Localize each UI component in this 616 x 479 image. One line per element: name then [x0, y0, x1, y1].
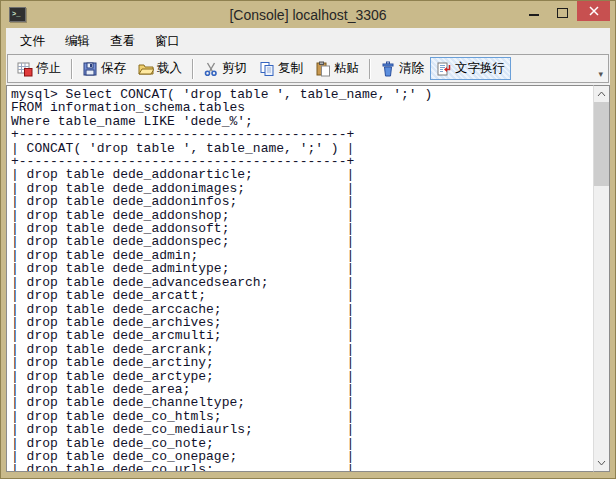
word-wrap-icon [436, 61, 452, 77]
close-button[interactable] [577, 1, 610, 21]
scrollbar-thumb[interactable] [594, 102, 609, 186]
word-wrap-label: 文字换行 [455, 60, 505, 77]
word-wrap-toggle[interactable]: 文字换行 [430, 57, 511, 80]
console-viewport[interactable]: mysql> Select CONCAT( 'drop table ', tab… [6, 85, 593, 472]
cut-button[interactable]: 剪切 [197, 57, 253, 80]
cut-button-label: 剪切 [222, 60, 247, 77]
stop-icon [17, 61, 33, 77]
console-area: mysql> Select CONCAT( 'drop table ', tab… [6, 85, 610, 472]
stop-button-label: 停止 [36, 60, 61, 77]
scroll-down-button[interactable] [594, 455, 609, 471]
paste-button-label: 粘贴 [334, 60, 359, 77]
load-button-label: 载入 [157, 60, 182, 77]
paste-button[interactable]: 粘贴 [309, 57, 365, 80]
toolbar-separator [71, 59, 72, 79]
menu-item-file[interactable]: 文件 [10, 29, 55, 54]
menu-item-edit[interactable]: 编辑 [55, 29, 100, 54]
save-icon [82, 61, 98, 77]
title-bar[interactable]: >_ [Console] localhost_3306 [6, 1, 610, 28]
menu-bar: 文件 编辑 查看 窗口 [6, 28, 610, 54]
copy-button[interactable]: 复制 [253, 57, 309, 80]
scrollbar-track[interactable] [594, 102, 609, 455]
clear-button[interactable]: 清除 [374, 57, 430, 80]
toolbar-separator [192, 59, 193, 79]
console-output[interactable]: mysql> Select CONCAT( 'drop table ', tab… [7, 86, 593, 472]
save-button-label: 保存 [101, 60, 126, 77]
menu-item-window[interactable]: 窗口 [145, 29, 190, 54]
maximize-icon [557, 8, 568, 18]
clear-icon [380, 61, 396, 77]
load-icon [138, 61, 154, 77]
paste-icon [315, 61, 331, 77]
console-window-icon: >_ [9, 7, 26, 22]
chevron-down-icon [597, 460, 606, 466]
chevron-up-icon [597, 91, 606, 97]
toolbar: 停止 保存 载入 [7, 54, 609, 83]
toolbar-overflow-icon[interactable]: ▾ [598, 70, 605, 82]
minimize-button[interactable] [519, 1, 548, 21]
window-controls [519, 1, 610, 21]
cut-icon [203, 61, 219, 77]
load-button[interactable]: 载入 [132, 57, 188, 80]
window: >_ [Console] localhost_3306 文件 编辑 查看 窗口 [0, 0, 616, 479]
copy-button-label: 复制 [278, 60, 303, 77]
minimize-icon [529, 14, 539, 16]
close-icon [589, 6, 599, 16]
scroll-up-button[interactable] [594, 86, 609, 102]
vertical-scrollbar [593, 85, 610, 472]
save-button[interactable]: 保存 [76, 57, 132, 80]
clear-button-label: 清除 [399, 60, 424, 77]
toolbar-separator [369, 59, 370, 79]
toolbar-container: 停止 保存 载入 [6, 54, 610, 85]
maximize-button[interactable] [548, 1, 577, 21]
copy-icon [259, 61, 275, 77]
menu-item-view[interactable]: 查看 [100, 29, 145, 54]
stop-button[interactable]: 停止 [11, 57, 67, 80]
